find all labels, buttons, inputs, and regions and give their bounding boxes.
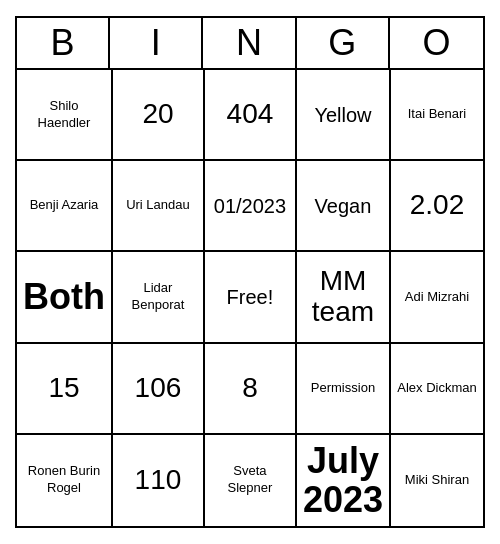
cell-content: Both <box>23 277 105 317</box>
cell-content: Adi Mizrahi <box>405 289 469 306</box>
bingo-cell: 20 <box>113 70 205 161</box>
bingo-cell: Yellow <box>297 70 391 161</box>
cell-content: 15 <box>48 373 79 404</box>
bingo-cell: 01/2023 <box>205 161 297 252</box>
bingo-cell: July 2023 <box>297 435 391 526</box>
bingo-header: BINGO <box>17 18 483 70</box>
cell-content: 106 <box>135 373 182 404</box>
cell-content: 01/2023 <box>214 194 286 218</box>
cell-content: Benji Azaria <box>30 197 99 214</box>
cell-content: Lidar Benporat <box>119 280 197 314</box>
cell-content: Yellow <box>314 103 371 127</box>
cell-content: July 2023 <box>303 441 383 520</box>
cell-content: MM team <box>303 266 383 328</box>
bingo-cell: 8 <box>205 344 297 435</box>
bingo-cell: 110 <box>113 435 205 526</box>
bingo-cell: Adi Mizrahi <box>391 252 483 343</box>
bingo-cell: 2.02 <box>391 161 483 252</box>
cell-content: Ronen Burin Rogel <box>23 463 105 497</box>
bingo-card: BINGO Shilo Haendler20404YellowItai Bena… <box>15 16 485 528</box>
bingo-cell: MM team <box>297 252 391 343</box>
cell-content: Shilo Haendler <box>23 98 105 132</box>
bingo-cell: 404 <box>205 70 297 161</box>
bingo-cell: Alex Dickman <box>391 344 483 435</box>
bingo-cell: Both <box>17 252 113 343</box>
cell-content: Free! <box>227 285 274 309</box>
header-letter: I <box>110 18 203 68</box>
cell-content: 8 <box>242 373 258 404</box>
bingo-cell: Uri Landau <box>113 161 205 252</box>
header-letter: B <box>17 18 110 68</box>
cell-content: Miki Shiran <box>405 472 469 489</box>
bingo-cell: Lidar Benporat <box>113 252 205 343</box>
bingo-cell: Free! <box>205 252 297 343</box>
cell-content: Permission <box>311 380 375 397</box>
cell-content: 2.02 <box>410 190 465 221</box>
bingo-cell: Benji Azaria <box>17 161 113 252</box>
cell-content: Vegan <box>315 194 372 218</box>
cell-content: Alex Dickman <box>397 380 476 397</box>
header-letter: G <box>297 18 390 68</box>
bingo-cell: Ronen Burin Rogel <box>17 435 113 526</box>
bingo-cell: Sveta Slepner <box>205 435 297 526</box>
cell-content: Itai Benari <box>408 106 467 123</box>
header-letter: N <box>203 18 296 68</box>
cell-content: 110 <box>135 465 182 496</box>
bingo-cell: Shilo Haendler <box>17 70 113 161</box>
cell-content: 20 <box>142 99 173 130</box>
bingo-cell: Vegan <box>297 161 391 252</box>
bingo-cell: Itai Benari <box>391 70 483 161</box>
bingo-cell: Permission <box>297 344 391 435</box>
cell-content: Sveta Slepner <box>211 463 289 497</box>
cell-content: 404 <box>227 99 274 130</box>
bingo-grid: Shilo Haendler20404YellowItai BenariBenj… <box>17 70 483 526</box>
bingo-cell: 106 <box>113 344 205 435</box>
cell-content: Uri Landau <box>126 197 190 214</box>
bingo-cell: 15 <box>17 344 113 435</box>
header-letter: O <box>390 18 483 68</box>
bingo-cell: Miki Shiran <box>391 435 483 526</box>
